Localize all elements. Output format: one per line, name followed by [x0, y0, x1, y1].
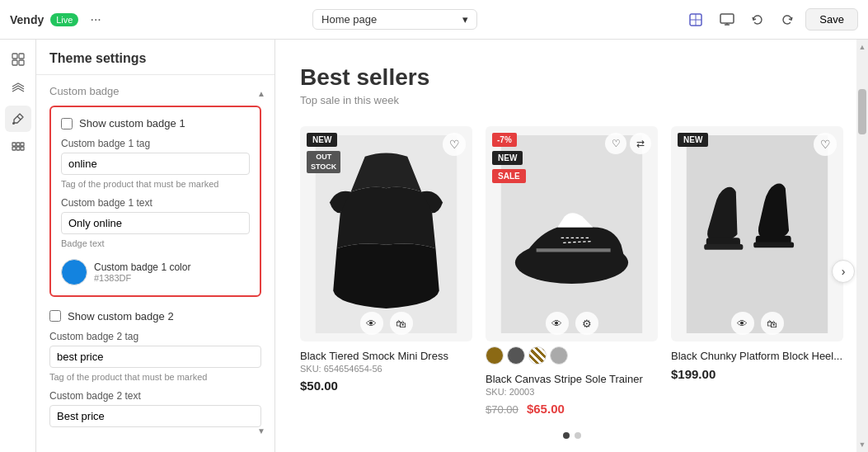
svg-rect-3 — [720, 14, 734, 23]
scroll-up-arrow[interactable]: ▲ — [856, 43, 868, 51]
badge1-color-info: Custom badge 1 color #1383DF — [94, 261, 190, 283]
swatch-2-4[interactable] — [550, 346, 568, 365]
badge2-text-input[interactable] — [49, 405, 261, 427]
live-badge: Live — [50, 13, 78, 26]
panel-scroll-down[interactable]: ▼ — [255, 426, 268, 436]
save-button[interactable]: Save — [805, 8, 858, 31]
select-tool-button[interactable] — [683, 9, 708, 31]
custom-badge-section-label: Custom badge — [49, 85, 261, 97]
redo-button[interactable] — [776, 10, 799, 30]
badge2-section: Show custom badge 2 Custom badge 2 tag T… — [49, 310, 261, 427]
monitor-icon — [720, 12, 734, 27]
svg-rect-12 — [12, 143, 16, 146]
swatch-2-2[interactable] — [507, 346, 525, 365]
badge2-tag-input[interactable] — [49, 346, 261, 368]
product-image-wrap-3: NEW ♡ 👁 🛍 — [671, 126, 843, 341]
scrollbar-thumb[interactable] — [858, 89, 866, 134]
product-name-2: Black Canvas Stripe Sole Trainer — [486, 373, 658, 385]
icon-bar-layers[interactable] — [5, 76, 31, 102]
badge-new-3: NEW — [678, 133, 708, 147]
badge1-text-label: Custom badge 1 text — [61, 197, 250, 209]
preview-area: Best sellers Top sale in this week — [275, 40, 868, 452]
svg-rect-15 — [12, 147, 16, 150]
svg-rect-16 — [16, 147, 20, 150]
settings-header: Theme settings — [36, 40, 274, 75]
topbar-more-button[interactable]: ··· — [85, 9, 106, 31]
show-badge1-checkbox[interactable] — [61, 118, 73, 129]
paint-icon — [12, 112, 25, 125]
badge1-tag-input[interactable] — [61, 153, 250, 175]
price-new-2: $65.00 — [527, 402, 565, 416]
badge-discount-2: -7% — [492, 133, 517, 147]
wishlist-button-3[interactable]: ♡ — [814, 133, 837, 156]
product-card-2: -7% NEW SALE ♡ ⇄ 👁 ⚙ — [486, 126, 658, 416]
compare-button-2[interactable]: ⇄ — [630, 133, 651, 154]
badge1-color-row: Custom badge 1 color #1383DF — [61, 259, 250, 285]
quickview-button-2[interactable]: 👁 — [546, 312, 569, 335]
swatch-2-3[interactable] — [528, 346, 547, 365]
badge1-text-input[interactable] — [61, 212, 250, 234]
product-image-wrap-1: NEW OUTSTOCK ♡ 👁 🛍 — [300, 126, 472, 341]
main-layout: Theme settings Custom badge Show custom … — [0, 40, 868, 452]
product-image-wrap-2: -7% NEW SALE ♡ ⇄ 👁 ⚙ — [486, 126, 658, 341]
product-price-3: $199.00 — [671, 367, 843, 381]
icon-bar-apps[interactable] — [5, 135, 31, 162]
chevron-down-icon: ▾ — [462, 13, 468, 26]
swatch-2-1[interactable] — [486, 346, 504, 365]
next-arrow[interactable]: › — [832, 260, 855, 283]
undo-button[interactable] — [746, 10, 769, 30]
wishlist-button-1[interactable]: ♡ — [443, 133, 466, 156]
svg-rect-13 — [16, 143, 20, 146]
show-badge1-row: Show custom badge 1 — [61, 117, 250, 129]
preview-scrollbar[interactable]: ▲ ▼ — [856, 40, 868, 452]
cart-button-2[interactable]: ⚙ — [575, 312, 598, 335]
show-badge2-row: Show custom badge 2 — [49, 310, 261, 323]
svg-point-11 — [12, 122, 15, 125]
product-card-1: NEW OUTSTOCK ♡ 👁 🛍 Black Tiered Smock Mi… — [300, 126, 472, 416]
wishlist-button-2[interactable]: ♡ — [605, 133, 626, 154]
action-icons-1: 👁 🛍 — [300, 312, 472, 335]
dot-2[interactable] — [575, 432, 581, 439]
product-image-3 — [671, 135, 843, 333]
swatches-2 — [486, 346, 658, 365]
show-badge2-checkbox[interactable] — [49, 310, 61, 322]
badge1-color-label: Custom badge 1 color — [94, 261, 190, 273]
cart-button-1[interactable]: 🛍 — [390, 312, 413, 335]
badge2-text-label: Custom badge 2 text — [49, 390, 261, 402]
grid-icon — [12, 53, 25, 66]
badge1-text-helper: Badge text — [61, 238, 250, 250]
svg-rect-6 — [12, 54, 17, 59]
quickview-button-1[interactable]: 👁 — [360, 312, 383, 335]
svg-rect-8 — [12, 60, 17, 65]
badge1-color-hex: #1383DF — [94, 273, 190, 283]
product-price-2: $70.00 $65.00 — [486, 402, 658, 416]
show-badge1-label[interactable]: Show custom badge 1 — [79, 117, 185, 129]
products-grid: NEW OUTSTOCK ♡ 👁 🛍 Black Tiered Smock Mi… — [300, 126, 843, 416]
badge1-box: Show custom badge 1 Custom badge 1 tag T… — [49, 106, 261, 297]
svg-rect-17 — [21, 147, 24, 150]
cart-button-3[interactable]: 🛍 — [761, 312, 784, 335]
cart-compare-pair-2: ♡ ⇄ — [605, 133, 651, 154]
badge1-color-swatch[interactable] — [61, 259, 87, 285]
icon-bar-customize[interactable] — [5, 106, 31, 132]
topbar-center: Home page ▾ — [116, 9, 674, 30]
badge2-tag-label: Custom badge 2 tag — [49, 331, 261, 342]
scroll-down-arrow[interactable]: ▼ — [856, 440, 868, 449]
price-old-2: $70.00 — [486, 403, 518, 416]
pagination-dots — [300, 432, 843, 439]
svg-rect-27 — [753, 242, 794, 247]
page-selector[interactable]: Home page ▾ — [312, 9, 477, 30]
section-subtitle: Top sale in this week — [300, 94, 843, 106]
product-sku-1: SKU: 654654654-56 — [300, 364, 472, 374]
dot-1[interactable] — [563, 432, 570, 439]
redo-icon — [781, 13, 794, 26]
show-badge2-label[interactable]: Show custom badge 2 — [68, 310, 174, 323]
icon-bar-grid[interactable] — [5, 46, 31, 73]
preview-inner: Best sellers Top sale in this week — [275, 40, 868, 452]
svg-rect-7 — [19, 54, 24, 59]
badge1-tag-helper: Tag of the product that must be marked — [61, 178, 250, 191]
desktop-view-button[interactable] — [715, 9, 739, 31]
quickview-button-3[interactable]: 👁 — [731, 312, 754, 335]
panel-scroll-up[interactable]: ▲ — [255, 89, 268, 98]
store-name: Vendy — [10, 13, 44, 26]
